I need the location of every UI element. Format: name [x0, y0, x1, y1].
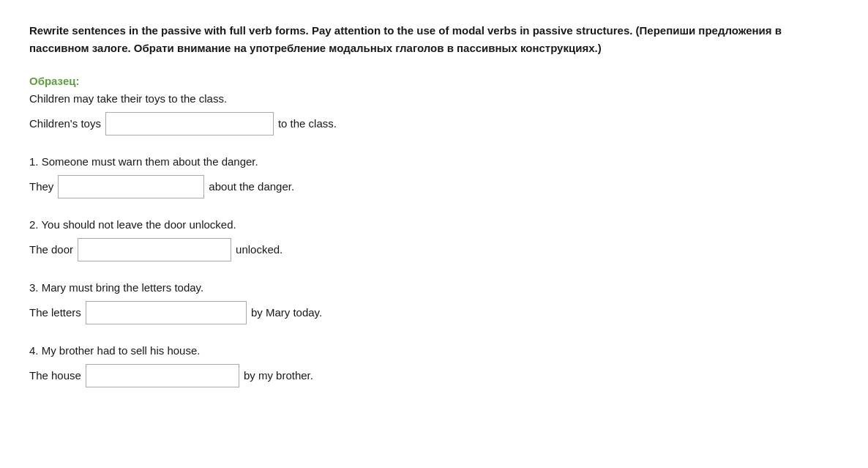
example-fill-before: Children's toys [29, 115, 101, 133]
example-block: Образец: Children may take their toys to… [29, 75, 839, 135]
exercise-block-2: 2. You should not leave the door unlocke… [29, 216, 839, 261]
example-original-sentence: Children may take their toys to the clas… [29, 90, 839, 108]
exercise-1-original: 1. Someone must warn them about the dang… [29, 153, 839, 171]
exercises-container: 1. Someone must warn them about the dang… [29, 153, 839, 387]
exercise-4-fill-after: by my brother. [244, 367, 313, 385]
exercise-block-1: 1. Someone must warn them about the dang… [29, 153, 839, 198]
exercise-2-input[interactable] [78, 238, 231, 261]
example-label: Образец: [29, 75, 839, 87]
exercise-3-original: 3. Mary must bring the letters today. [29, 279, 839, 297]
example-fill-sentence: Children's toys to the class. [29, 112, 839, 135]
exercise-2-fill-before: The door [29, 241, 73, 259]
exercise-4-input[interactable] [86, 364, 239, 387]
instructions-block: Rewrite sentences in the passive with fu… [29, 22, 805, 57]
exercise-block-3: 3. Mary must bring the letters today.The… [29, 279, 839, 324]
exercise-3-fill: The lettersby Mary today. [29, 301, 839, 324]
exercise-3-fill-after: by Mary today. [251, 304, 322, 322]
exercise-1-input[interactable] [58, 175, 204, 198]
exercise-1-fill-before: They [29, 178, 53, 196]
exercise-1-fill-after: about the danger. [209, 178, 294, 196]
exercise-1-fill: Theyabout the danger. [29, 175, 839, 198]
example-input[interactable] [105, 112, 274, 135]
exercise-3-input[interactable] [86, 301, 247, 324]
instructions-text-en: Rewrite sentences in the passive with fu… [29, 24, 632, 37]
example-fill-after: to the class. [278, 115, 337, 133]
exercise-block-4: 4. My brother had to sell his house.The … [29, 342, 839, 387]
exercise-4-original: 4. My brother had to sell his house. [29, 342, 839, 360]
exercise-4-fill: The houseby my brother. [29, 364, 839, 387]
exercise-4-fill-before: The house [29, 367, 81, 385]
exercise-2-fill-after: unlocked. [236, 241, 283, 259]
exercise-3-fill-before: The letters [29, 304, 81, 322]
exercise-2-original: 2. You should not leave the door unlocke… [29, 216, 839, 234]
exercise-2-fill: The doorunlocked. [29, 238, 839, 261]
